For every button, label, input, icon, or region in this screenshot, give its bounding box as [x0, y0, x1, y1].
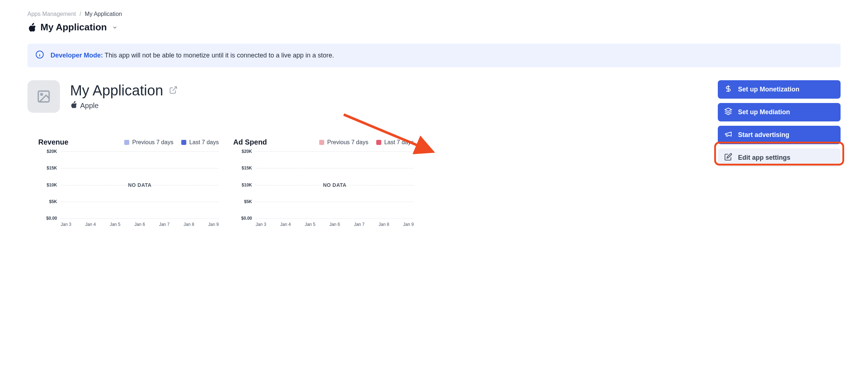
no-data-label: NO DATA	[256, 182, 414, 188]
app-title: My Application	[70, 82, 163, 99]
legend-previous: Previous 7 days	[319, 139, 368, 146]
start-advertising-button[interactable]: Start advertising	[718, 126, 841, 144]
y-axis: $20K $15K $10K $5K $0.00	[38, 151, 59, 218]
breadcrumb-separator: /	[79, 11, 81, 17]
y-axis: $20K $15K $10K $5K $0.00	[233, 151, 254, 218]
svg-line-5	[173, 87, 177, 91]
app-selector[interactable]: My Application	[27, 22, 841, 33]
setup-mediation-button[interactable]: Set up Mediation	[718, 103, 841, 121]
apple-icon	[27, 23, 35, 32]
app-selector-name: My Application	[40, 22, 107, 33]
developer-mode-banner: Developer Mode: This app will not be abl…	[27, 44, 841, 67]
edit-icon	[724, 153, 732, 163]
info-icon	[35, 50, 44, 61]
chart-title: Ad Spend	[233, 138, 267, 146]
legend-last: Last 7 days	[376, 139, 414, 146]
no-data-label: NO DATA	[61, 182, 219, 188]
x-axis: Jan 3 Jan 4 Jan 5 Jan 6 Jan 7 Jan 8 Jan …	[61, 222, 219, 227]
banner-text: This app will not be able to monetize un…	[105, 52, 334, 59]
banner-lead: Developer Mode:	[51, 52, 103, 59]
breadcrumb-current: My Application	[85, 11, 122, 17]
breadcrumb: Apps Management / My Application	[27, 11, 841, 17]
svg-point-4	[41, 94, 43, 95]
external-link-icon[interactable]	[169, 86, 178, 96]
platform-label: Apple	[80, 102, 99, 110]
svg-marker-7	[725, 108, 732, 111]
chevron-down-icon	[112, 22, 118, 33]
layers-icon	[724, 107, 732, 117]
adspend-chart: Ad Spend Previous 7 days Last 7 days $20…	[233, 138, 414, 227]
megaphone-icon	[724, 130, 732, 140]
chart-title: Revenue	[38, 138, 68, 146]
breadcrumb-root[interactable]: Apps Management	[27, 11, 76, 17]
legend-previous: Previous 7 days	[124, 139, 173, 146]
actions-panel: Set up Monetization Set up Mediation Sta…	[718, 80, 841, 167]
dollar-icon	[724, 85, 732, 94]
legend-last: Last 7 days	[181, 139, 219, 146]
x-axis: Jan 3 Jan 4 Jan 5 Jan 6 Jan 7 Jan 8 Jan …	[256, 222, 414, 227]
revenue-chart: Revenue Previous 7 days Last 7 days $20K…	[38, 138, 219, 227]
edit-app-settings-button[interactable]: Edit app settings	[718, 149, 841, 167]
apple-icon	[70, 101, 77, 111]
app-icon-placeholder	[27, 80, 60, 113]
setup-monetization-button[interactable]: Set up Monetization	[718, 80, 841, 99]
